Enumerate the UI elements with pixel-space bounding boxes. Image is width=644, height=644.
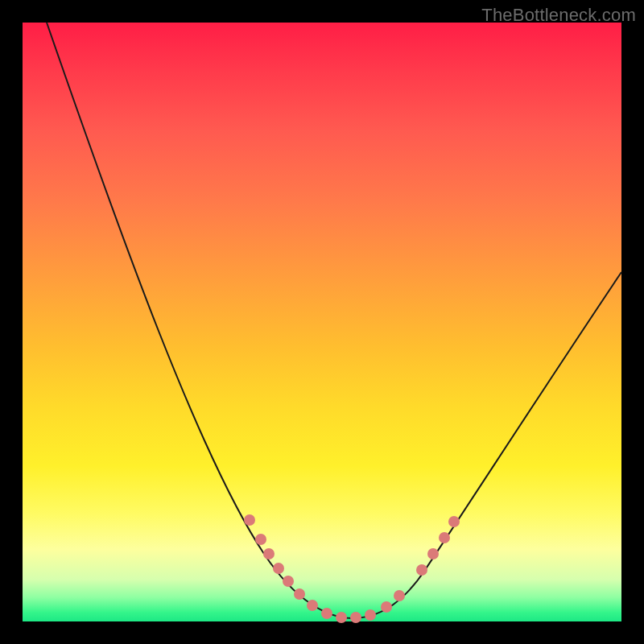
svg-point-13 bbox=[416, 564, 427, 576]
svg-point-9 bbox=[350, 612, 361, 623]
svg-point-7 bbox=[321, 608, 332, 619]
svg-point-5 bbox=[294, 588, 305, 600]
svg-point-4 bbox=[283, 576, 294, 587]
bead-cluster-right bbox=[381, 516, 460, 613]
svg-point-15 bbox=[439, 532, 450, 543]
svg-point-12 bbox=[394, 590, 405, 601]
svg-point-10 bbox=[365, 609, 376, 621]
svg-point-0 bbox=[244, 514, 255, 526]
chart-frame: TheBottleneck.com bbox=[0, 0, 644, 644]
svg-point-8 bbox=[336, 612, 347, 623]
bead-cluster-bottom bbox=[321, 608, 376, 623]
bottleneck-curve bbox=[47, 23, 621, 618]
svg-point-2 bbox=[263, 548, 275, 559]
svg-point-14 bbox=[427, 548, 439, 559]
curve-svg bbox=[23, 23, 621, 621]
plot-area bbox=[23, 23, 621, 621]
bead-cluster-left bbox=[244, 514, 318, 611]
watermark-text: TheBottleneck.com bbox=[481, 5, 636, 26]
svg-point-16 bbox=[448, 516, 460, 527]
svg-point-6 bbox=[307, 600, 318, 611]
svg-point-1 bbox=[255, 534, 266, 545]
svg-point-3 bbox=[273, 563, 284, 574]
svg-point-11 bbox=[381, 601, 392, 613]
